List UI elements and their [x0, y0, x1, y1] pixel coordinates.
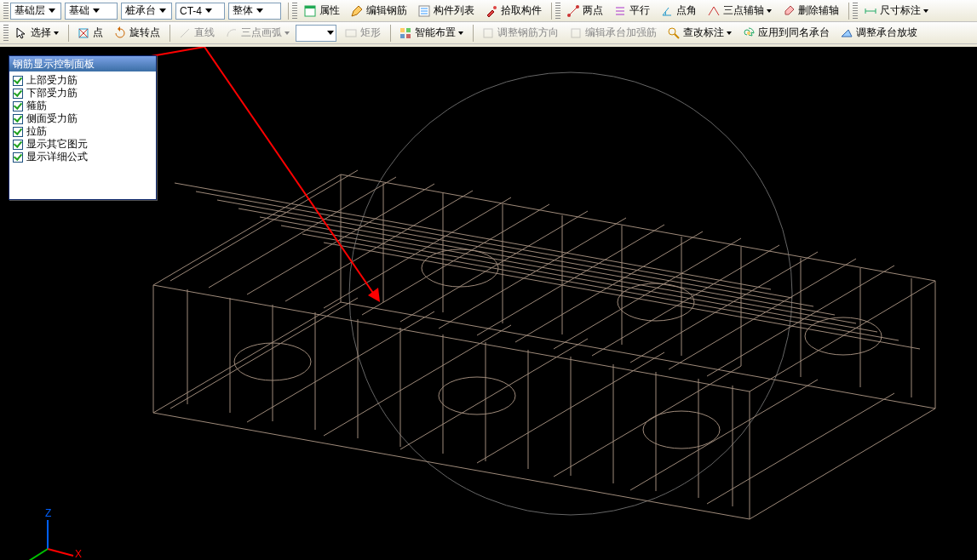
checkbox-row[interactable]: 显示详细公式: [13, 151, 152, 163]
value-input[interactable]: [296, 25, 336, 42]
svg-line-42: [48, 549, 73, 556]
button-label: 拾取构件: [501, 3, 542, 18]
svg-point-6: [493, 6, 497, 9]
element-combo[interactable]: CT-4: [175, 3, 225, 20]
svg-rect-1: [305, 6, 315, 9]
category-combo-text: 基础: [69, 3, 89, 18]
checkbox-icon[interactable]: [13, 114, 23, 124]
point-angle-button[interactable]: 点角: [656, 2, 701, 20]
button-label: 智能布置: [415, 26, 456, 40]
apply-same-cap-button[interactable]: 应用到同名承台: [738, 24, 834, 43]
checkbox-row[interactable]: 拉筋: [13, 125, 152, 138]
checkbox-row[interactable]: 上部受力筋: [13, 74, 152, 87]
edit-cap-icon: [569, 26, 583, 40]
separator: [390, 25, 391, 42]
svg-point-29: [747, 31, 750, 35]
axis-x-label: X: [75, 548, 82, 560]
line-icon: [178, 26, 192, 40]
chevron-down-icon: [327, 31, 334, 35]
subtype-combo[interactable]: 桩承台: [121, 3, 172, 20]
chevron-down-icon: [256, 9, 263, 13]
point-button[interactable]: 点: [72, 24, 107, 43]
properties-button[interactable]: 属性: [299, 2, 344, 20]
button-label: 属性: [319, 3, 340, 18]
rotate-point-button[interactable]: 旋转点: [109, 24, 164, 43]
checkbox-row[interactable]: 侧面受力筋: [13, 112, 152, 125]
panel-body: 上部受力筋 下部受力筋 箍筋 侧面受力筋 拉筋 显示其它图元 显示详细公式: [9, 71, 156, 199]
checkbox-icon[interactable]: [13, 101, 23, 111]
line-button: 直线: [174, 24, 219, 43]
checkbox-icon[interactable]: [13, 152, 23, 163]
button-label: 点角: [676, 3, 697, 18]
three-point-aux-button[interactable]: 三点辅轴: [703, 2, 776, 20]
slope-icon: [840, 26, 853, 40]
smart-layout-button[interactable]: 智能布置: [394, 24, 468, 43]
view-annotation-button[interactable]: 查改标注: [663, 24, 736, 43]
checkbox-icon[interactable]: [13, 140, 23, 150]
scope-combo[interactable]: 整体: [228, 3, 281, 20]
checkbox-icon[interactable]: [13, 127, 23, 137]
svg-point-9: [576, 5, 579, 9]
chevron-down-icon: [767, 9, 772, 13]
checkbox-label: 上部受力筋: [26, 74, 78, 87]
svg-line-39: [204, 47, 376, 298]
list-icon: [417, 4, 431, 18]
checkbox-row[interactable]: 显示其它图元: [13, 138, 152, 151]
parallel-icon: [613, 4, 627, 18]
chevron-down-icon: [458, 31, 463, 35]
toolbar-row-1: 基础层 基础 桩承台 CT-4 整体 属性 编辑钢筋 构件列表: [0, 0, 977, 22]
axis-z-label: Z: [45, 507, 51, 519]
magnifier-icon: [667, 26, 681, 40]
component-list-button[interactable]: 构件列表: [413, 2, 479, 20]
button-label: 三点画弧: [241, 26, 282, 40]
edit-rebar-button[interactable]: 编辑钢筋: [346, 2, 411, 20]
pick-component-button[interactable]: 拾取构件: [480, 2, 546, 20]
rebar-display-panel[interactable]: 钢筋显示控制面板 上部受力筋 下部受力筋 箍筋 侧面受力筋 拉筋 显示其它图元 …: [9, 55, 157, 200]
layer-combo[interactable]: 基础层: [10, 3, 61, 20]
subtype-combo-text: 桩承台: [125, 3, 156, 18]
button-label: 矩形: [360, 26, 381, 40]
checkbox-row[interactable]: 箍筋: [13, 100, 152, 112]
checkbox-icon[interactable]: [13, 76, 23, 86]
button-label: 点: [93, 26, 103, 40]
select-button[interactable]: 选择: [10, 24, 63, 43]
adjust-cap-slope-button[interactable]: 调整承台放坡: [836, 24, 922, 43]
edit-cap-rebar-button: 编辑承台加强筋: [565, 24, 661, 43]
chevron-down-icon: [49, 9, 55, 13]
checkbox-icon[interactable]: [13, 89, 23, 99]
properties-icon: [303, 4, 317, 18]
button-label: 选择: [31, 26, 51, 40]
svg-rect-22: [406, 28, 411, 32]
svg-marker-40: [368, 288, 380, 302]
panel-title[interactable]: 钢筋显示控制面板: [9, 56, 156, 71]
direction-icon: [481, 26, 495, 40]
svg-line-43: [29, 549, 48, 560]
smart-icon: [399, 26, 412, 40]
checkbox-row[interactable]: 下部受力筋: [13, 87, 152, 100]
svg-point-32: [439, 377, 515, 414]
button-label: 调整承台放坡: [856, 26, 917, 40]
separator: [551, 3, 552, 20]
checkbox-label: 显示其它图元: [26, 138, 88, 151]
svg-line-19: [181, 29, 189, 37]
toolbar-grip: [3, 3, 9, 20]
chevron-down-icon: [54, 31, 59, 35]
separator: [68, 25, 69, 42]
svg-point-33: [643, 411, 720, 449]
chevron-down-icon: [159, 9, 166, 13]
svg-rect-26: [572, 29, 580, 37]
dimension-button[interactable]: 尺寸标注: [859, 2, 933, 20]
three-point-icon: [707, 4, 721, 18]
button-label: 查改标注: [683, 26, 724, 40]
delete-aux-button[interactable]: 删除辅轴: [778, 2, 843, 20]
angle-icon: [660, 4, 674, 18]
element-combo-text: CT-4: [180, 5, 202, 17]
toolbar-grip: [555, 3, 560, 20]
button-label: 编辑承台加强筋: [585, 26, 657, 40]
dimension-icon: [864, 4, 877, 18]
category-combo[interactable]: 基础: [65, 3, 118, 20]
parallel-button[interactable]: 平行: [609, 2, 654, 20]
button-label: 尺寸标注: [880, 3, 921, 18]
two-points-button[interactable]: 两点: [562, 2, 607, 20]
svg-line-28: [675, 34, 679, 38]
